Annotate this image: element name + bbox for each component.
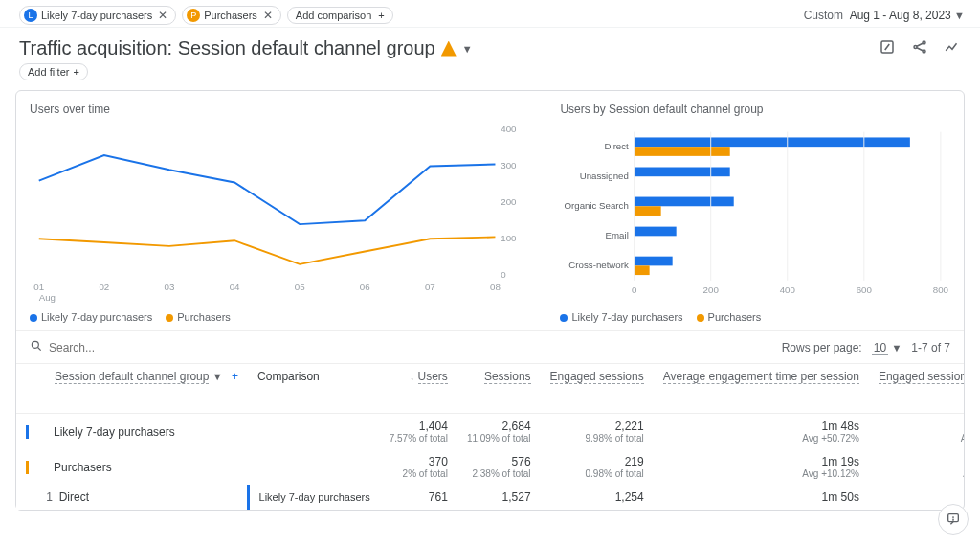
- svg-text:04: 04: [230, 282, 240, 292]
- svg-rect-27: [635, 227, 677, 237]
- feedback-button[interactable]: [938, 504, 969, 535]
- chart-title: Users over time: [30, 102, 532, 116]
- svg-rect-25: [635, 206, 661, 216]
- chip-letter: P: [187, 9, 200, 22]
- comparison-chip[interactable]: P Purchasers ✕: [182, 6, 281, 25]
- line-chart-svg: 0100200300400 0102030405060708Aug: [30, 124, 532, 306]
- chart-legend: Likely 7-day purchasers Purchasers: [30, 306, 532, 325]
- svg-text:Email: Email: [606, 230, 629, 240]
- add-comparison-button[interactable]: Add comparison +: [287, 7, 393, 24]
- legend-item: Likely 7-day purchasers: [30, 311, 152, 323]
- svg-text:0: 0: [632, 284, 637, 295]
- svg-text:06: 06: [360, 282, 370, 292]
- comparison-chip[interactable]: L Likely 7-day purchasers ✕: [19, 6, 176, 25]
- svg-text:800: 800: [933, 284, 949, 295]
- col-header[interactable]: ↓ Users: [380, 364, 457, 414]
- svg-rect-24: [635, 197, 734, 207]
- search-input[interactable]: [49, 341, 240, 354]
- svg-rect-20: [635, 147, 730, 156]
- users-by-channel-chart: Users by Session default channel group D…: [546, 91, 964, 330]
- col-header[interactable]: Sessions: [457, 364, 541, 414]
- chip-label: Purchasers: [204, 10, 257, 21]
- svg-point-1: [914, 46, 917, 49]
- add-dimension-icon[interactable]: +: [232, 370, 238, 383]
- svg-text:200: 200: [703, 284, 720, 295]
- svg-text:01: 01: [33, 282, 44, 292]
- legend-item: Likely 7-day purchasers: [560, 311, 682, 323]
- summary-row: Purchasers 3702% of total5762.38% of tot…: [16, 449, 964, 485]
- comparison-header: Comparison: [248, 364, 380, 414]
- chart-legend: Likely 7-day purchasers Purchasers: [560, 306, 950, 325]
- chevron-down-icon[interactable]: ▼: [462, 43, 473, 55]
- svg-point-43: [953, 519, 954, 520]
- page-range: 1-7 of 7: [911, 341, 950, 354]
- svg-point-3: [923, 50, 925, 53]
- svg-text:Organic Search: Organic Search: [565, 200, 629, 211]
- chevron-down-icon: ▼: [212, 371, 223, 382]
- svg-text:Aug: Aug: [39, 292, 56, 303]
- svg-text:05: 05: [295, 282, 305, 292]
- svg-text:Cross-network: Cross-network: [569, 260, 630, 270]
- svg-rect-19: [635, 137, 910, 147]
- add-filter-button[interactable]: Add filter +: [19, 63, 88, 80]
- users-over-time-chart: Users over time 0100200300400 0102030405…: [16, 91, 546, 330]
- chart-title: Users by Session default channel group: [560, 102, 950, 116]
- date-range-picker[interactable]: Custom Aug 1 - Aug 8, 2023 ▼: [804, 9, 965, 22]
- svg-text:Direct: Direct: [605, 141, 630, 151]
- table-search[interactable]: [30, 339, 782, 355]
- col-header[interactable]: Average engagement time per session: [654, 364, 869, 414]
- dimension-header[interactable]: Session default channel group ▼ +: [16, 364, 248, 414]
- svg-text:0: 0: [501, 269, 506, 280]
- page-title: Traffic acquisition: Session default cha…: [19, 37, 473, 59]
- svg-text:07: 07: [425, 282, 435, 292]
- comparisons-bar: L Likely 7-day purchasers ✕ P Purchasers…: [19, 6, 393, 25]
- table-row[interactable]: 1 Direct Likely 7-day purchasers7611,527…: [16, 485, 964, 510]
- rows-per-page-select[interactable]: 10 ▼: [872, 341, 902, 354]
- insights-icon[interactable]: [944, 38, 961, 58]
- chevron-down-icon: ▼: [891, 342, 902, 353]
- chip-label: Likely 7-day purchasers: [41, 10, 152, 21]
- summary-row: Likely 7-day purchasers 1,4047.57% of to…: [16, 414, 964, 450]
- edit-comparison-icon[interactable]: [879, 38, 896, 58]
- search-icon: [30, 339, 43, 355]
- svg-rect-22: [635, 168, 730, 177]
- plus-icon: +: [375, 10, 384, 21]
- sort-arrow-down-icon: ↓: [410, 372, 414, 382]
- svg-rect-30: [635, 265, 650, 275]
- share-icon[interactable]: [911, 38, 928, 58]
- svg-text:03: 03: [165, 282, 175, 292]
- svg-point-41: [32, 341, 38, 348]
- close-icon[interactable]: ✕: [158, 9, 167, 22]
- svg-text:600: 600: [857, 284, 873, 295]
- rows-per-page-label: Rows per page:: [782, 341, 862, 354]
- svg-text:300: 300: [501, 160, 517, 171]
- svg-text:08: 08: [490, 282, 501, 292]
- data-table[interactable]: Session default channel group ▼ + Compar…: [16, 363, 964, 510]
- bar-chart-svg: DirectUnassignedOrganic SearchEmailCross…: [560, 124, 950, 306]
- legend-item: Purchasers: [166, 311, 231, 323]
- chip-letter: L: [24, 9, 37, 22]
- svg-point-2: [923, 41, 925, 44]
- col-header[interactable]: Engaged sessions per user: [869, 364, 964, 414]
- svg-text:Unassigned: Unassigned: [580, 171, 629, 181]
- plus-icon: +: [73, 66, 78, 78]
- legend-item: Purchasers: [697, 311, 762, 323]
- close-icon[interactable]: ✕: [263, 9, 273, 22]
- svg-text:200: 200: [501, 196, 517, 207]
- col-header[interactable]: Engaged sessions: [541, 364, 654, 414]
- svg-text:02: 02: [99, 282, 109, 292]
- svg-rect-29: [635, 257, 673, 266]
- svg-text:400: 400: [501, 124, 517, 134]
- chevron-down-icon: ▼: [954, 10, 965, 21]
- report-panel: Users over time 0100200300400 0102030405…: [15, 90, 965, 511]
- svg-text:100: 100: [501, 233, 517, 243]
- warning-icon: [441, 41, 457, 57]
- svg-text:400: 400: [780, 284, 796, 295]
